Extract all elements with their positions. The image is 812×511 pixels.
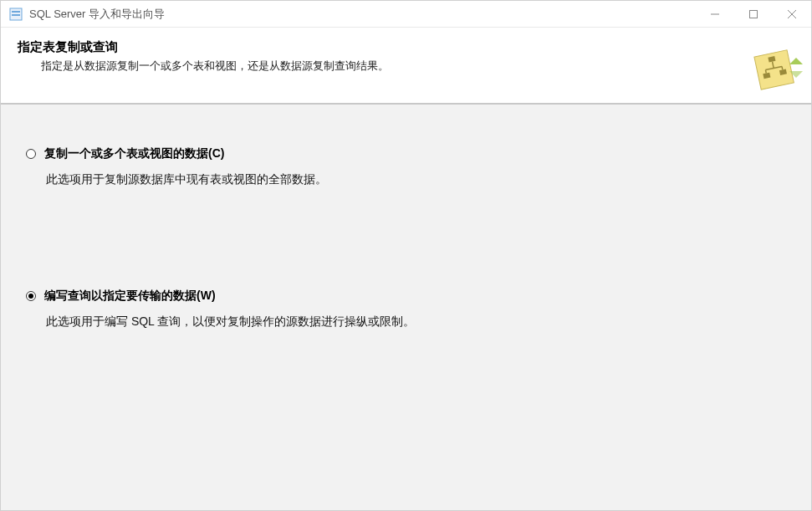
close-button[interactable] — [773, 1, 811, 27]
page-title: 指定表复制或查询 — [18, 39, 794, 55]
svg-line-14 — [782, 66, 783, 69]
svg-rect-2 — [12, 14, 20, 16]
minimize-button[interactable] — [696, 1, 734, 27]
option-write-query[interactable]: 编写查询以指定要传输的数据(W) 此选项用于编写 SQL 查询，以便对复制操作的… — [26, 289, 786, 330]
option-query-description: 此选项用于编写 SQL 查询，以便对复制操作的源数据进行操纵或限制。 — [26, 312, 786, 330]
svg-rect-4 — [750, 10, 758, 18]
window-title: SQL Server 导入和导出向导 — [29, 7, 696, 22]
svg-line-13 — [765, 70, 766, 74]
window-controls — [696, 1, 811, 27]
option-copy-tables[interactable]: 复制一个或多个表或视图的数据(C) 此选项用于复制源数据库中现有表或视图的全部数… — [26, 146, 786, 188]
svg-rect-1 — [12, 11, 20, 13]
svg-rect-7 — [754, 50, 794, 89]
app-icon — [9, 8, 23, 21]
header-graphic-icon — [746, 38, 803, 95]
wizard-header: 指定表复制或查询 指定是从数据源复制一个或多个表和视图，还是从数据源复制查询结果… — [1, 28, 811, 105]
content-area: 复制一个或多个表或视图的数据(C) 此选项用于复制源数据库中现有表或视图的全部数… — [1, 105, 811, 510]
option-query-label: 编写查询以指定要传输的数据(W) — [44, 289, 216, 304]
option-copy-description: 此选项用于复制源数据库中现有表或视图的全部数据。 — [26, 170, 786, 188]
page-description: 指定是从数据源复制一个或多个表和视图，还是从数据源复制查询结果。 — [18, 59, 794, 74]
maximize-button[interactable] — [734, 1, 773, 27]
radio-write-query[interactable] — [26, 291, 36, 301]
titlebar: SQL Server 导入和导出向导 — [1, 1, 811, 28]
option-copy-label: 复制一个或多个表或视图的数据(C) — [44, 146, 224, 161]
radio-copy-tables[interactable] — [26, 149, 36, 159]
